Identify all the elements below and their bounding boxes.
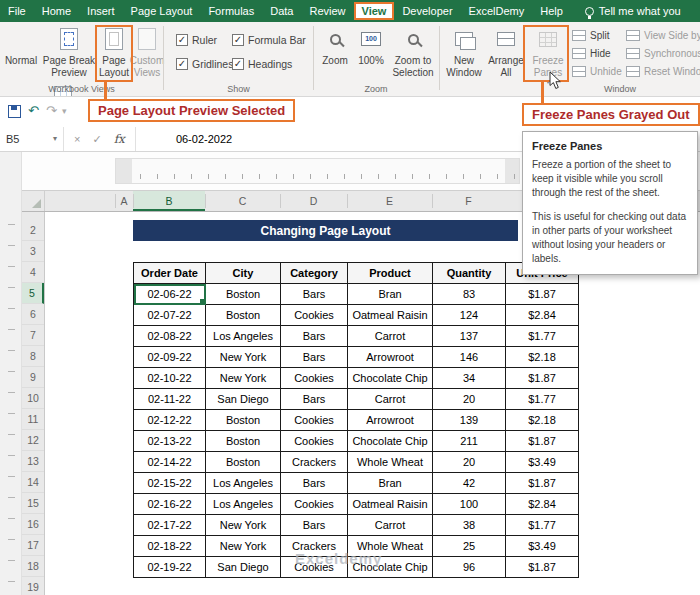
table-cell[interactable]: New York xyxy=(206,368,281,389)
table-cell[interactable]: Cookies xyxy=(281,494,348,515)
table-cell[interactable]: Cookies xyxy=(281,305,348,326)
table-cell[interactable]: $1.77 xyxy=(506,515,579,536)
table-cell[interactable]: $1.87 xyxy=(506,557,579,578)
table-cell[interactable]: 02-10-22 xyxy=(134,368,206,389)
tab-page-layout[interactable]: Page Layout xyxy=(123,1,201,21)
table-cell[interactable]: 02-14-22 xyxy=(134,452,206,473)
table-cell[interactable]: 38 xyxy=(433,515,506,536)
table-cell[interactable]: Bars xyxy=(281,347,348,368)
table-cell[interactable]: Boston xyxy=(206,410,281,431)
freeze-panes-button[interactable]: Freeze Panes ▾ xyxy=(528,26,568,86)
table-cell[interactable]: Arrowroot xyxy=(348,410,433,431)
row-header-8[interactable]: 8 xyxy=(22,346,44,367)
cancel-icon[interactable]: × xyxy=(74,133,80,145)
save-icon[interactable] xyxy=(8,105,21,118)
zoom-to-selection-button[interactable]: Zoom to Selection xyxy=(390,26,436,78)
arrange-all-button[interactable]: Arrange All xyxy=(486,26,526,78)
table-cell[interactable]: New York xyxy=(206,347,281,368)
row-header-18[interactable]: 18 xyxy=(22,556,44,577)
table-cell[interactable]: 02-11-22 xyxy=(134,389,206,410)
zoom-100-button[interactable]: 100 100% xyxy=(354,26,388,67)
tab-insert[interactable]: Insert xyxy=(79,1,123,21)
table-cell[interactable]: Carrot xyxy=(348,326,433,347)
table-cell[interactable]: 02-09-22 xyxy=(134,347,206,368)
table-cell[interactable]: $3.49 xyxy=(506,452,579,473)
table-cell[interactable]: Chocolate Chip xyxy=(348,557,433,578)
column-header-c[interactable]: C xyxy=(205,191,280,211)
table-cell[interactable]: 02-17-22 xyxy=(134,515,206,536)
row-header-10[interactable]: 10 xyxy=(22,388,44,409)
redo-icon[interactable]: ↷ xyxy=(46,103,57,118)
table-cell[interactable]: $1.87 xyxy=(506,473,579,494)
table-cell[interactable]: Bran xyxy=(348,473,433,494)
table-cell[interactable]: Boston xyxy=(206,452,281,473)
formula-bar-value[interactable]: 06-02-2022 xyxy=(176,133,232,145)
table-cell[interactable]: Bars xyxy=(281,515,348,536)
row-header-11[interactable]: 11 xyxy=(22,409,44,430)
custom-views-button[interactable]: Custom Views xyxy=(131,26,163,78)
tab-data[interactable]: Data xyxy=(262,1,301,21)
new-window-button[interactable]: New Window xyxy=(444,26,484,78)
table-cell[interactable]: 02-18-22 xyxy=(134,536,206,557)
table-title[interactable]: Changing Page Layout xyxy=(133,220,518,241)
table-cell[interactable]: 02-12-22 xyxy=(134,410,206,431)
table-cell[interactable]: $1.77 xyxy=(506,326,579,347)
table-cell[interactable]: Carrot xyxy=(348,515,433,536)
row-header-12[interactable]: 12 xyxy=(22,430,44,451)
headings-checkbox[interactable]: ✓ Headings xyxy=(232,58,292,70)
row-header-9[interactable]: 9 xyxy=(22,367,44,388)
table-cell[interactable]: 02-07-22 xyxy=(134,305,206,326)
table-cell[interactable]: 96 xyxy=(433,557,506,578)
table-cell[interactable]: New York xyxy=(206,536,281,557)
table-header-cell[interactable]: Quantity xyxy=(433,263,506,284)
row-header-6[interactable]: 6 xyxy=(22,304,44,325)
split-button[interactable]: Split xyxy=(572,30,609,41)
row-header-2[interactable]: 2 xyxy=(22,220,44,241)
tab-file[interactable]: File xyxy=(0,1,34,21)
table-cell[interactable]: 42 xyxy=(433,473,506,494)
table-cell[interactable]: Cookies xyxy=(281,368,348,389)
table-cell[interactable]: $2.18 xyxy=(506,347,579,368)
table-cell[interactable]: Chocolate Chip xyxy=(348,431,433,452)
table-cell[interactable]: $1.87 xyxy=(506,368,579,389)
table-cell[interactable]: Los Angeles xyxy=(206,326,281,347)
table-cell[interactable]: 146 xyxy=(433,347,506,368)
table-cell[interactable]: Whole Wheat xyxy=(348,452,433,473)
table-cell[interactable]: 137 xyxy=(433,326,506,347)
table-cell[interactable]: 100 xyxy=(433,494,506,515)
table-cell[interactable]: $3.49 xyxy=(506,536,579,557)
row-header-17[interactable]: 17 xyxy=(22,535,44,556)
table-cell[interactable]: Los Angeles xyxy=(206,494,281,515)
table-cell[interactable]: 02-19-22 xyxy=(134,557,206,578)
table-cell[interactable]: Bran xyxy=(348,284,433,305)
reset-window-position-button[interactable]: Reset Window Position xyxy=(626,66,700,77)
normal-view-button[interactable]: Normal xyxy=(2,26,40,67)
table-cell[interactable]: $1.77 xyxy=(506,389,579,410)
table-cell[interactable]: Bars xyxy=(281,389,348,410)
row-header-7[interactable]: 7 xyxy=(22,325,44,346)
selected-cell-b5[interactable]: 02-06-22 xyxy=(134,284,206,305)
column-header-e[interactable]: E xyxy=(347,191,432,211)
table-cell[interactable]: Whole Wheat xyxy=(348,536,433,557)
table-header-cell[interactable]: Order Date xyxy=(134,263,206,284)
table-cell[interactable]: Crackers xyxy=(281,452,348,473)
row-header-4[interactable]: 4 xyxy=(22,262,44,283)
table-cell[interactable]: $2.84 xyxy=(506,494,579,515)
table-cell[interactable]: 02-08-22 xyxy=(134,326,206,347)
table-cell[interactable]: 211 xyxy=(433,431,506,452)
table-cell[interactable]: 139 xyxy=(433,410,506,431)
table-cell[interactable]: Bars xyxy=(281,473,348,494)
table-cell[interactable]: Boston xyxy=(206,284,281,305)
table-cell[interactable]: San Diego xyxy=(206,389,281,410)
unhide-button[interactable]: Unhide xyxy=(572,66,622,77)
table-cell[interactable]: 02-15-22 xyxy=(134,473,206,494)
undo-icon[interactable]: ↶ xyxy=(28,103,39,118)
table-cell[interactable]: $2.84 xyxy=(506,305,579,326)
page-break-preview-button[interactable]: Page Break Preview xyxy=(42,26,96,78)
zoom-button[interactable]: Zoom xyxy=(318,26,352,67)
table-header-cell[interactable]: Product xyxy=(348,263,433,284)
table-cell[interactable]: $2.18 xyxy=(506,410,579,431)
hide-button[interactable]: Hide xyxy=(572,48,611,59)
row-header-19[interactable]: 19 xyxy=(22,577,44,595)
table-cell[interactable]: 02-13-22 xyxy=(134,431,206,452)
